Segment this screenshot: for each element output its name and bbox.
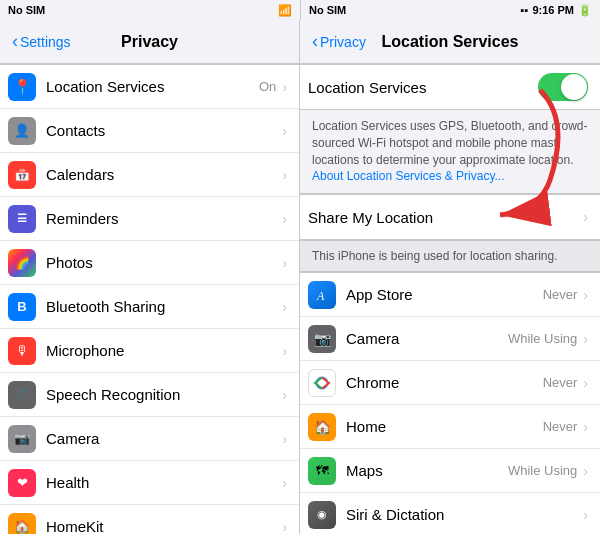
share-info-text: This iPhone is being used for location s… — [312, 249, 557, 263]
chevron-right-icon: › — [583, 375, 588, 391]
photos-icon: 🌈 — [8, 249, 36, 277]
chevron-right-icon: › — [282, 431, 287, 447]
contacts-label: Contacts — [46, 122, 280, 139]
homekit-icon: 🏠 — [8, 513, 36, 535]
app-item-maps[interactable]: 🗺 Maps While Using › — [300, 449, 600, 493]
speech-recognition-label: Speech Recognition — [46, 386, 280, 403]
app-store-icon: A — [308, 281, 336, 309]
camera-app-permission: While Using — [508, 331, 577, 346]
bluetooth-sharing-label: Bluetooth Sharing — [46, 298, 280, 315]
maps-app-permission: While Using — [508, 463, 577, 478]
speech-recognition-icon: 🎵 — [8, 381, 36, 409]
chevron-right-icon: › — [583, 463, 588, 479]
list-item-reminders[interactable]: ☰ Reminders › — [0, 197, 299, 241]
location-services-toggle-label: Location Services — [308, 79, 538, 96]
contacts-icon: 👤 — [8, 117, 36, 145]
chevron-right-icon: › — [282, 79, 287, 95]
chevron-right-icon: › — [282, 299, 287, 315]
chrome-app-permission: Never — [543, 375, 578, 390]
maps-app-icon: 🗺 — [308, 457, 336, 485]
photos-label: Photos — [46, 254, 280, 271]
microphone-icon: 🎙 — [8, 337, 36, 365]
chevron-right-icon: › — [282, 123, 287, 139]
toggle-knob — [561, 74, 587, 100]
bluetooth-icon: B — [8, 293, 36, 321]
list-item-location-services[interactable]: 📍 Location Services On › — [0, 65, 299, 109]
app-item-app-store[interactable]: A App Store Never › — [300, 273, 600, 317]
right-nav-bar: ‹ Privacy Location Services — [300, 20, 600, 64]
chevron-right-icon: › — [282, 343, 287, 359]
chrome-icon — [308, 369, 336, 397]
right-carrier: No SIM — [309, 4, 346, 16]
right-content: Location Services Location Services uses… — [300, 64, 600, 534]
left-carrier: No SIM — [8, 4, 45, 16]
list-item-contacts[interactable]: 👤 Contacts › — [0, 109, 299, 153]
chevron-right-icon: › — [583, 287, 588, 303]
privacy-back-label: Privacy — [320, 34, 366, 50]
privacy-list: 📍 Location Services On › 👤 Contacts › 📅 … — [0, 64, 299, 534]
battery-icon: 🔋 — [578, 4, 592, 17]
app-item-camera[interactable]: 📷 Camera While Using › — [300, 317, 600, 361]
share-my-location-label: Share My Location — [308, 209, 581, 226]
list-item-homekit[interactable]: 🏠 HomeKit › — [0, 505, 299, 534]
location-services-info-box: Location Services uses GPS, Bluetooth, a… — [300, 110, 600, 194]
left-wifi-icon: 📶 — [278, 4, 292, 17]
info-text: Location Services uses GPS, Bluetooth, a… — [312, 119, 587, 167]
siri-dictation-app-name: Siri & Dictation — [346, 506, 577, 523]
list-item-calendars[interactable]: 📅 Calendars › — [0, 153, 299, 197]
chevron-right-icon: › — [583, 331, 588, 347]
homekit-label: HomeKit — [46, 518, 280, 534]
location-services-toggle-row: Location Services — [300, 65, 600, 109]
reminders-label: Reminders — [46, 210, 280, 227]
share-my-location-row: Share My Location › — [300, 194, 600, 240]
app-item-home[interactable]: 🏠 Home Never › — [300, 405, 600, 449]
svg-text:A: A — [316, 289, 325, 303]
location-services-toggle-section: Location Services — [300, 64, 600, 110]
info-link[interactable]: About Location Services & Privacy... — [312, 169, 505, 183]
camera-label: Camera — [46, 430, 280, 447]
left-panel: ‹ Settings Privacy 📍 Location Services O… — [0, 20, 300, 534]
app-store-permission: Never — [543, 287, 578, 302]
status-bar-container: No SIM 📶 No SIM ▪▪ 9:16 PM 🔋 — [0, 0, 600, 20]
settings-back-button[interactable]: ‹ Settings — [12, 33, 72, 50]
chevron-right-icon: › — [583, 419, 588, 435]
chevron-right-icon: › — [282, 519, 287, 535]
list-item-photos[interactable]: 🌈 Photos › — [0, 241, 299, 285]
list-item-speech-recognition[interactable]: 🎵 Speech Recognition › — [0, 373, 299, 417]
list-item-microphone[interactable]: 🎙 Microphone › — [0, 329, 299, 373]
privacy-settings-section: 📍 Location Services On › 👤 Contacts › 📅 … — [0, 64, 299, 534]
reminders-icon: ☰ — [8, 205, 36, 233]
microphone-label: Microphone — [46, 342, 280, 359]
location-services-icon: 📍 — [8, 73, 36, 101]
maps-app-name: Maps — [346, 462, 508, 479]
list-item-camera[interactable]: 📷 Camera › — [0, 417, 299, 461]
left-nav-title: Privacy — [72, 33, 227, 51]
privacy-back-button[interactable]: ‹ Privacy — [312, 33, 372, 50]
right-wifi-icon: ▪▪ — [521, 4, 529, 16]
back-chevron-icon: ‹ — [312, 32, 318, 50]
chevron-right-icon: › — [282, 211, 287, 227]
share-info-box: This iPhone is being used for location s… — [300, 240, 600, 272]
camera-app-icon: 📷 — [308, 325, 336, 353]
home-app-permission: Never — [543, 419, 578, 434]
list-item-bluetooth-sharing[interactable]: B Bluetooth Sharing › — [0, 285, 299, 329]
right-time: 9:16 PM — [532, 4, 574, 16]
right-panel: ‹ Privacy Location Services Location Ser… — [300, 20, 600, 534]
location-services-toggle[interactable] — [538, 73, 588, 101]
chevron-right-icon: › — [583, 507, 588, 523]
chrome-app-name: Chrome — [346, 374, 543, 391]
share-my-location-item[interactable]: Share My Location › — [300, 195, 600, 239]
right-nav-title: Location Services — [372, 33, 528, 51]
health-label: Health — [46, 474, 280, 491]
chevron-right-icon: › — [282, 387, 287, 403]
settings-back-label: Settings — [20, 34, 71, 50]
siri-dictation-icon: ◉ — [308, 501, 336, 529]
calendars-label: Calendars — [46, 166, 280, 183]
location-services-value: On — [259, 79, 276, 94]
app-item-chrome[interactable]: Chrome Never › — [300, 361, 600, 405]
chevron-right-icon: › — [282, 475, 287, 491]
location-services-label: Location Services — [46, 78, 259, 95]
chevron-right-icon: › — [282, 167, 287, 183]
app-item-siri-dictation[interactable]: ◉ Siri & Dictation › — [300, 493, 600, 534]
list-item-health[interactable]: ❤ Health › — [0, 461, 299, 505]
